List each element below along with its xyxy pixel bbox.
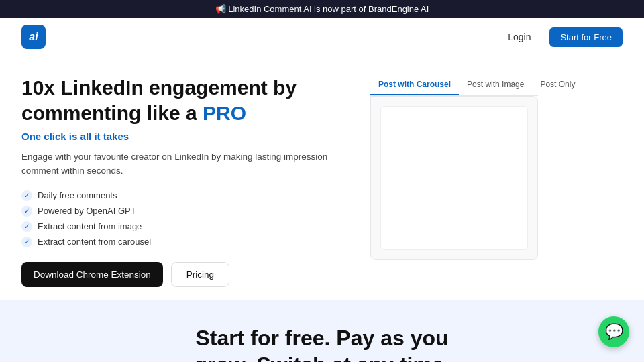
nav-actions: Login Start for Free [500,27,623,47]
tab-carousel[interactable]: Post with Carousel [370,75,459,95]
logo-icon: ai [21,25,46,49]
demo-card-inner [380,106,528,250]
check-icon-1: ✓ [21,190,32,201]
cta-buttons: Download Chrome Extension Pricing [21,262,343,287]
demo-tabs: Post with Carousel Post with Image Post … [370,75,538,96]
feature-4: ✓ Extract content from carousel [21,237,343,247]
feature-label-1: Daily free comments [38,190,117,200]
banner-text: LinkedIn Comment AI is now part of Brand… [228,4,429,14]
bottom-title: Start for free. Pay as you grow. Switch … [21,324,623,362]
header: ai Login Start for Free [0,18,644,56]
check-icon-4: ✓ [21,237,32,247]
tab-only[interactable]: Post Only [532,75,583,95]
main-content: 10x LinkedIn engagement by commenting li… [0,56,644,300]
hero-description: Engage with your favourite creator on Li… [21,150,343,178]
pricing-button[interactable]: Pricing [171,262,229,287]
check-icon-2: ✓ [21,206,32,217]
login-button[interactable]: Login [500,27,539,46]
logo[interactable]: ai [21,25,46,49]
start-free-button[interactable]: Start for Free [549,27,623,47]
feature-1: ✓ Daily free comments [21,190,343,201]
bottom-section: Start for free. Pay as you grow. Switch … [0,300,644,362]
feature-label-2: Powered by OpenAI GPT [38,206,136,216]
feature-3: ✓ Extract content from image [21,221,343,232]
check-icon-3: ✓ [21,221,32,232]
hero-subtitle: One click is all it takes [21,131,343,142]
feature-label-4: Extract content from carousel [38,237,151,247]
demo-section: Post with Carousel Post with Image Post … [370,75,538,287]
banner-emoji: 📢 [215,4,226,14]
demo-card [370,96,538,260]
whatsapp-fab[interactable]: 💬 [598,316,629,347]
feature-label-3: Extract content from image [38,221,142,231]
tab-image[interactable]: Post with Image [459,75,532,95]
download-chrome-button[interactable]: Download Chrome Extension [21,262,163,287]
hero-title: 10x LinkedIn engagement by commenting li… [21,75,343,125]
features-list: ✓ Daily free comments ✓ Powered by OpenA… [21,190,343,247]
feature-2: ✓ Powered by OpenAI GPT [21,206,343,217]
announcement-banner: 📢 LinkedIn Comment AI is now part of Bra… [0,0,644,18]
hero-section: 10x LinkedIn engagement by commenting li… [21,75,343,287]
